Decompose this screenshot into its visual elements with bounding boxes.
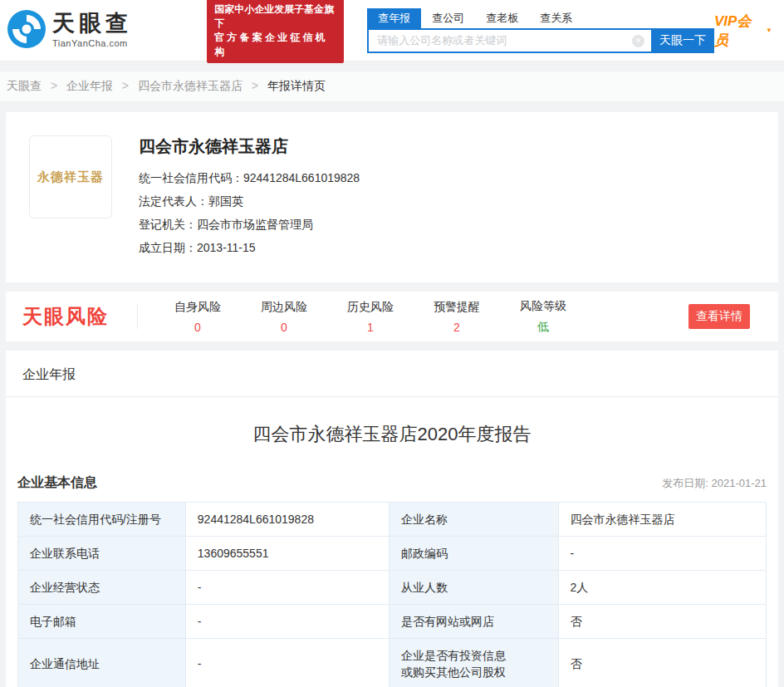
tab-annual-report[interactable]: 查年报 <box>367 8 421 28</box>
cell-value: 2人 <box>558 571 767 605</box>
risk-item-nearby[interactable]: 周边风险 0 <box>241 300 327 334</box>
risk-value: 0 <box>154 321 241 334</box>
table-row: 企业联系电话 13609655551 邮政编码 - <box>18 537 767 571</box>
tab-company[interactable]: 查公司 <box>421 8 475 28</box>
cell-value: 13609655551 <box>185 537 389 571</box>
annual-report-card: 企业年报 四会市永德祥玉器店2020年度报告 企业基本信息 发布日期: 2021… <box>6 351 778 687</box>
breadcrumb-company[interactable]: 四会市永德祥玉器店 <box>138 79 243 92</box>
chevron-down-icon: ▼ <box>766 27 772 34</box>
field-label: 成立日期： <box>139 241 197 254</box>
risk-item-warning[interactable]: 预警提醒 2 <box>414 300 500 334</box>
search-tabs: 查年报 查公司 查老板 查关系 <box>367 8 714 28</box>
search-area: 查年报 查公司 查老板 查关系 ✕ 天眼一下 <box>367 8 714 53</box>
search-input-wrap: ✕ <box>367 28 651 53</box>
vip-menu[interactable]: VIP会员 ▼ <box>714 12 772 50</box>
cell-label: 企业是否有投资信息 或购买其他公司股权 <box>389 639 558 687</box>
risk-value: 0 <box>241 321 327 334</box>
cell-value: - <box>558 537 767 571</box>
breadcrumb: 天眼查 > 企业年报 > 四会市永德祥玉器店 > 年报详情页 <box>0 71 784 102</box>
company-name: 四会市永德祥玉器店 <box>139 135 360 158</box>
breadcrumb-separator: > <box>122 79 129 92</box>
divider <box>137 304 138 329</box>
cell-label: 企业名称 <box>389 503 558 537</box>
cell-label: 企业经营状态 <box>18 571 186 605</box>
tianyancha-logo[interactable]: 天眼查 TianYanCha.com <box>7 9 199 52</box>
tab-relation[interactable]: 查关系 <box>529 8 583 28</box>
breadcrumb-separator: > <box>252 79 258 92</box>
official-badge: 国家中小企业发展子基金旗下 官方备案企业征信机构 <box>207 0 344 63</box>
company-legal-rep: 法定代表人：郭国英 <box>139 189 360 213</box>
brand-domain: TianYanCha.com <box>52 38 128 48</box>
brand-name: 天眼查 <box>52 11 132 36</box>
basic-info-title: 企业基本信息 <box>17 474 97 492</box>
risk-item-history[interactable]: 历史风险 1 <box>327 300 414 334</box>
risk-label: 预警提醒 <box>414 300 500 315</box>
cell-value: 92441284L661019828 <box>185 503 389 537</box>
publish-date: 发布日期: 2021-01-21 <box>662 476 767 491</box>
cell-label: 邮政编码 <box>389 537 558 571</box>
field-value: 92441284L661019828 <box>243 171 360 184</box>
cell-value: 四会市永德祥玉器店 <box>558 503 767 537</box>
cell-value: - <box>185 639 389 687</box>
company-credit-code: 统一社会信用代码：92441284L661019828 <box>139 166 360 189</box>
cell-value: 否 <box>558 639 767 687</box>
tianyancha-eye-icon <box>7 9 47 52</box>
risk-value: 1 <box>327 321 414 334</box>
cell-value: - <box>185 605 389 639</box>
table-row: 企业经营状态 - 从业人数 2人 <box>18 571 767 605</box>
view-details-button[interactable]: 查看详情 <box>688 304 750 329</box>
risk-value: 低 <box>500 320 586 335</box>
cell-value: - <box>185 571 389 605</box>
table-row: 电子邮箱 - 是否有网站或网店 否 <box>18 605 767 639</box>
table-row: 统一社会信用代码/注册号 92441284L661019828 企业名称 四会市… <box>18 503 767 537</box>
tianyan-risk-logo: 天眼风险 <box>22 303 132 330</box>
site-header: 天眼查 TianYanCha.com 国家中小企业发展子基金旗下 官方备案企业征… <box>0 0 784 61</box>
company-registry: 登记机关：四会市市场监督管理局 <box>139 213 360 236</box>
cell-label: 是否有网站或网店 <box>389 605 558 639</box>
tab-boss[interactable]: 查老板 <box>475 8 529 28</box>
cell-label: 企业联系电话 <box>18 537 186 571</box>
cell-label: 企业通信地址 <box>18 639 186 687</box>
search-button[interactable]: 天眼一下 <box>651 28 714 53</box>
publish-date-label: 发布日期: <box>662 477 708 489</box>
badge-line2: 官方备案企业征信机构 <box>214 31 336 59</box>
breadcrumb-current: 年报详情页 <box>267 79 326 92</box>
risk-label: 历史风险 <box>327 300 414 315</box>
company-summary-card: 永德祥玉器 四会市永德祥玉器店 统一社会信用代码：92441284L661019… <box>6 112 778 282</box>
annual-report-section-title: 企业年报 <box>6 351 778 397</box>
breadcrumb-home[interactable]: 天眼查 <box>7 79 42 92</box>
vip-label: VIP会员 <box>714 12 762 50</box>
breadcrumb-annual-report[interactable]: 企业年报 <box>66 79 113 92</box>
cell-label: 统一社会信用代码/注册号 <box>18 503 186 537</box>
company-logo: 永德祥玉器 <box>29 135 112 218</box>
cell-value: 否 <box>558 605 767 639</box>
risk-item-self[interactable]: 自身风险 0 <box>154 300 241 334</box>
risk-label: 风险等级 <box>500 299 586 314</box>
company-founded-date: 成立日期：2013-11-15 <box>139 236 360 259</box>
risk-bar: 天眼风险 自身风险 0 周边风险 0 历史风险 1 预警提醒 2 风险等级 低 … <box>6 292 778 341</box>
report-title: 四会市永德祥玉器店2020年度报告 <box>6 422 778 447</box>
search-input[interactable] <box>369 30 651 52</box>
risk-item-level[interactable]: 风险等级 低 <box>500 299 586 335</box>
badge-line1: 国家中小企业发展子基金旗下 <box>214 2 336 31</box>
cell-label: 从业人数 <box>389 571 558 605</box>
field-label: 法定代表人： <box>139 194 208 208</box>
risk-value: 2 <box>414 321 500 334</box>
field-value: 四会市市场监督管理局 <box>197 218 313 231</box>
field-label: 登记机关： <box>139 218 197 231</box>
field-label: 统一社会信用代码： <box>139 171 243 184</box>
table-row: 企业通信地址 - 企业是否有投资信息 或购买其他公司股权 否 <box>18 639 767 687</box>
risk-label: 周边风险 <box>241 300 327 315</box>
publish-date-value: 2021-01-21 <box>712 477 767 489</box>
field-value: 2013-11-15 <box>197 241 256 254</box>
cell-label: 电子邮箱 <box>18 605 186 639</box>
breadcrumb-separator: > <box>51 79 57 92</box>
risk-label: 自身风险 <box>154 300 241 315</box>
clear-input-icon[interactable]: ✕ <box>632 35 644 47</box>
field-value: 郭国英 <box>208 194 243 208</box>
basic-info-table: 统一社会信用代码/注册号 92441284L661019828 企业名称 四会市… <box>17 502 767 687</box>
